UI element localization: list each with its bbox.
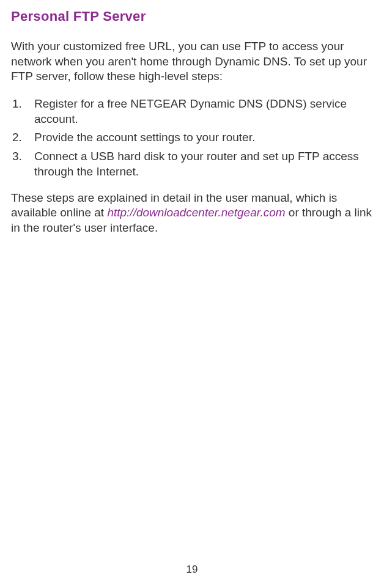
outro-paragraph: These steps are explained in detail in t…	[11, 191, 373, 236]
section-heading: Personal FTP Server	[11, 9, 373, 24]
download-center-link[interactable]: http://downloadcenter.netgear.com	[107, 206, 285, 219]
page-number: 19	[0, 564, 384, 576]
intro-paragraph: With your customized free URL, you can u…	[11, 39, 373, 84]
step-item: Register for a free NETGEAR Dynamic DNS …	[11, 97, 373, 127]
steps-list: Register for a free NETGEAR Dynamic DNS …	[11, 97, 373, 179]
step-item: Provide the account settings to your rou…	[11, 130, 373, 145]
step-item: Connect a USB hard disk to your router a…	[11, 149, 373, 179]
